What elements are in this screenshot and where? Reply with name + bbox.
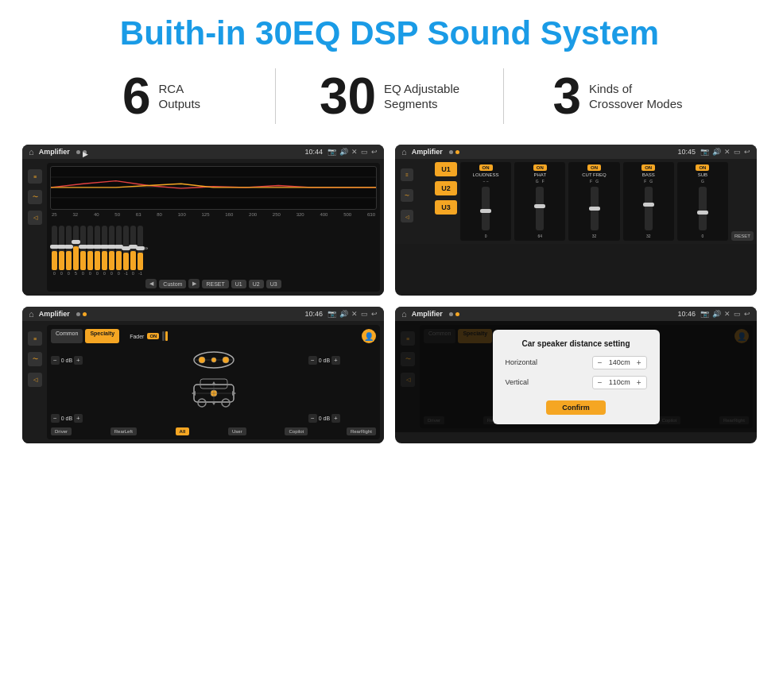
eq-slider-1[interactable]: 0 [59,226,64,276]
fader-on-badge[interactable]: ON [147,333,159,339]
status-icons-1: 📷 🔊 ✕ ▭ ↩ [327,148,378,156]
eq-slider-5[interactable]: 0 [87,226,93,276]
dots-2 [449,150,459,154]
eq-slider-6[interactable]: 0 [95,226,100,276]
channel-area: ON LOUDNESS ~ ~ 0 ON PHAT G F 64 [460,162,728,241]
volume-icon-1: 🔊 [339,148,348,156]
speaker-icon[interactable]: ◁ [28,211,42,225]
reset-area: RESET [731,162,754,241]
eq-slider-2[interactable]: 0 [66,226,72,276]
more-icon: » [145,245,148,252]
horizontal-minus-button[interactable]: − [598,358,603,367]
eq-slider-9[interactable]: 0 [116,226,122,276]
loudness-on[interactable]: ON [479,164,493,171]
eq-u3-button[interactable]: U3 [266,280,281,288]
minus-btn-rb[interactable]: − [308,414,317,423]
cutfreq-on[interactable]: ON [587,164,601,171]
eq-icon[interactable]: ≡ [28,169,42,184]
tab-common[interactable]: Common [51,329,83,343]
status-bar-1: ⌂ Amplifier ▶ 10:44 📷 🔊 ✕ ▭ ↩ [22,145,384,159]
tab-specialty[interactable]: Specialty [85,329,119,343]
rearleft-button[interactable]: RearLeft [110,427,137,435]
eq-icon-3[interactable]: ≡ [28,331,42,346]
rearright-button[interactable]: RearRight [347,427,376,435]
bass-on[interactable]: ON [641,164,655,171]
loudness-slider[interactable] [482,187,490,230]
eq-slider-4[interactable]: 0 [80,226,86,276]
plus-btn-lb[interactable]: + [74,414,83,423]
stat-crossover-number: 3 [552,71,581,122]
eq-u2-button[interactable]: U2 [249,280,264,288]
minus-btn-rt[interactable]: − [308,356,317,365]
eq-slider-8[interactable]: 0 [109,226,114,276]
u2-button[interactable]: U2 [435,181,457,195]
dot-1 [76,150,80,154]
eq-bottom-buttons: ◀ Custom ▶ RESET U1 U2 U3 [50,279,377,288]
phat-slider[interactable] [536,187,544,230]
plus-btn-lt[interactable]: + [74,356,83,365]
eq-custom-button[interactable]: Custom [159,280,186,288]
camera-icon-4: 📷 [700,310,709,318]
channel-cutfreq: ON CUT FREQ F G 32 [568,162,619,241]
speaker-icon-3[interactable]: ◁ [28,373,42,387]
car-middle [122,375,305,411]
dialog-overlay: Car speaker distance setting Horizontal … [395,321,757,432]
user-avatar: 👤 [362,329,376,343]
vertical-value: 110cm [606,378,634,386]
copilot-button[interactable]: Copilot [285,427,308,435]
minus-btn-lb[interactable]: − [51,414,60,423]
vertical-minus-button[interactable]: − [598,378,603,387]
reset-button-2[interactable]: RESET [731,231,754,241]
sub-on[interactable]: ON [696,164,709,171]
vertical-label: Vertical [506,378,553,386]
all-button[interactable]: All [176,427,190,435]
horizontal-plus-button[interactable]: + [637,358,641,367]
dot-play: ▶ [83,150,87,154]
minus-btn-lt[interactable]: − [51,356,60,365]
screen4-content: ≡ 〜 ◁ Common Specialty Fader ON [395,321,757,432]
eq-u1-button[interactable]: U1 [231,280,246,288]
driver-button[interactable]: Driver [51,427,72,435]
vertical-plus-button[interactable]: + [637,378,641,387]
eq-reset-button[interactable]: RESET [202,280,228,288]
svg-point-6 [223,357,229,363]
user-button[interactable]: User [228,427,246,435]
wave-icon[interactable]: 〜 [28,190,42,204]
bass-slider[interactable] [645,187,653,230]
camera-icon-3: 📷 [327,310,336,318]
plus-btn-rb[interactable]: + [331,414,340,423]
plus-btn-rt[interactable]: + [331,356,340,365]
speaker-icon-2[interactable]: ◁ [401,210,413,222]
eq-back-button[interactable]: ◀ [145,279,157,288]
channel-bass: ON BASS F G 32 [623,162,674,241]
sub-slider[interactable] [699,187,707,230]
u3-button[interactable]: U3 [435,200,457,215]
eq-slider-3[interactable]: 5 [73,226,79,276]
wave-icon-2[interactable]: 〜 [401,189,413,202]
eq-slider-12[interactable]: -1 [138,226,143,276]
bass-label: BASS [642,172,655,177]
eq-slider-7[interactable]: 0 [102,226,107,276]
screen-dialog: ⌂ Amplifier 10:46 📷 🔊 ✕ ▭ ↩ ≡ 〜 ◁ [395,307,757,443]
loudness-label: LOUDNESS [473,172,499,177]
horizontal-value: 140cm [606,358,634,366]
eq-slider-10[interactable]: -1 [123,226,129,276]
eq-play-button[interactable]: ▶ [188,279,200,288]
eq-slider-11[interactable]: 0 [130,226,136,276]
status-icons-4: 📷 🔊 ✕ ▭ ↩ [700,310,750,318]
phat-on[interactable]: ON [533,164,547,171]
screen1-title: Amplifier [39,148,70,156]
u1-button[interactable]: U1 [435,162,457,176]
dots-1: ▶ [76,150,87,154]
dot-3b [83,312,87,316]
camera-icon-2: 📷 [700,148,709,156]
dot-2a [449,150,453,154]
eq-slider-0[interactable]: 0 [52,226,57,276]
wave-icon-3[interactable]: 〜 [28,352,42,366]
u-buttons: U1 U2 U3 [435,162,457,241]
cutfreq-slider[interactable] [591,187,599,230]
eq-icon-2[interactable]: ≡ [401,168,413,181]
confirm-button[interactable]: Confirm [546,400,606,415]
screen3-time: 10:46 [304,310,323,318]
left-toolbar-3: ≡ 〜 ◁ [26,325,44,439]
